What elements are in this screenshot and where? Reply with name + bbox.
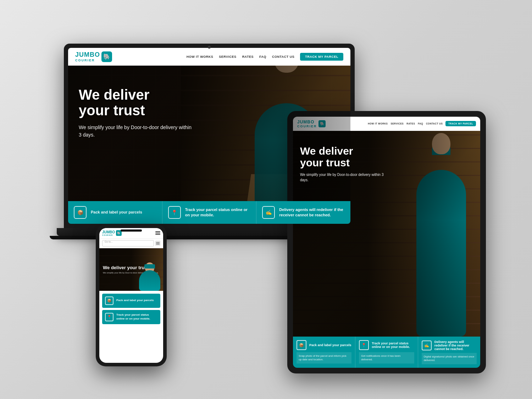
tablet-feature-delivery-header: ✍️ Delivery agents will redeliver if the…	[422, 340, 477, 351]
nav-link-rates[interactable]: RATES	[242, 55, 254, 59]
tablet-nav-faq[interactable]: FAQ	[418, 122, 423, 125]
logo-elephant-icon: 🐘	[101, 51, 112, 62]
tablet-pack-title: Pack and label your parcels	[309, 343, 351, 347]
phone-menu-button[interactable]	[155, 241, 160, 246]
phone-person-body	[139, 270, 160, 291]
laptop-feature-1: 📦 Pack and label your parcels	[68, 201, 162, 224]
laptop-feature-2: 📍 Track your parcel status online or on …	[162, 201, 257, 224]
phone-search-placeholder: Go to...	[105, 240, 113, 243]
tablet-track-title: Track your parcel status online or on yo…	[372, 342, 414, 349]
phone-track-icon: 📍	[105, 313, 113, 321]
scene: JUMBO COURIER 🐘 HOW IT WORKS SERVICES RA…	[35, 22, 497, 377]
laptop-navbar: JUMBO COURIER 🐘 HOW IT WORKS SERVICES RA…	[68, 48, 350, 66]
nav-track-parcel-button[interactable]: TRACK MY PARCEL	[300, 53, 343, 61]
tablet-screen: JUMBO COURIER 🐘 HOW IT WORKS SERVICES RA…	[293, 117, 480, 368]
tablet-nav-rates[interactable]: RATES	[406, 122, 415, 125]
phone-screen: JUMBO COURIER 🐘 Go to...	[99, 228, 163, 363]
laptop-hero-subtitle: We simplify your life by Door-to-door de…	[79, 124, 192, 139]
tablet-nav-contact[interactable]: CONTACT US	[426, 122, 443, 125]
phone-logo-courier: COURIER	[102, 234, 115, 236]
phone-pack-title: Pack and label your parcels	[116, 299, 154, 302]
nav-link-services[interactable]: SERVICES	[219, 55, 236, 59]
laptop-hero-content: We deliver your trust We simplify your l…	[79, 87, 192, 139]
laptop-hero-title: We deliver your trust	[79, 87, 192, 118]
tablet-pack-desc: Snap photo of the parcel and inform pick…	[297, 352, 351, 364]
phone-person-hat	[144, 264, 155, 268]
phone-logo: JUMBO COURIER 🐘	[102, 230, 122, 236]
tablet-features-row: 📦 Pack and label your parcels Snap photo…	[293, 337, 480, 368]
phone-search-bar: Go to...	[99, 239, 163, 248]
phone-website: JUMBO COURIER 🐘 Go to...	[99, 228, 163, 363]
tablet-hero-title: We deliver your trust	[300, 145, 385, 168]
tablet-nav-links: HOW IT WORKS SERVICES RATES FAQ CONTACT …	[368, 121, 476, 126]
nav-link-how-it-works[interactable]: HOW IT WORKS	[187, 55, 214, 59]
tablet-feature-pack-header: 📦 Pack and label your parcels	[297, 340, 351, 350]
tablet-delivery-title: Delivery agents will redeliver if the re…	[434, 340, 477, 351]
laptop-nav-links: HOW IT WORKS SERVICES RATES FAQ CONTACT …	[187, 53, 343, 61]
logo-jumbo-text: JUMBO	[75, 51, 100, 59]
laptop-feature-3: ✍️ Delivery agents will redeliver if the…	[256, 201, 350, 224]
phone-person	[139, 262, 160, 291]
nav-link-faq[interactable]: FAQ	[259, 55, 266, 59]
phone-hero: We deliver your trust We simplify your l…	[99, 248, 163, 291]
logo-courier-text: COURIER	[75, 59, 100, 62]
phone-track-title: Track your parcel status online or on yo…	[116, 313, 157, 321]
feature-pack-title: Pack and label your parcels	[91, 210, 142, 215]
tablet-track-desc: Get notifications once it has been deliv…	[359, 352, 414, 364]
feature-delivery-icon: ✍️	[262, 206, 275, 219]
phone-device: JUMBO COURIER 🐘 Go to...	[96, 225, 167, 366]
tablet-hero-subtitle: We simplify your life by Door-to-door de…	[300, 172, 385, 183]
tablet-feature-delivery: ✍️ Delivery agents will redeliver if the…	[418, 337, 480, 368]
tablet-hero-content: We deliver your trust We simplify your l…	[300, 145, 385, 183]
tablet-track-button[interactable]: TRACK MY PARCEL	[445, 121, 476, 126]
feature-pack-icon: 📦	[74, 206, 87, 219]
tablet-nav-how-it-works[interactable]: HOW IT WORKS	[368, 122, 388, 125]
laptop-logo: JUMBO COURIER 🐘	[75, 51, 112, 62]
tablet-nav-services[interactable]: SERVICES	[390, 122, 404, 125]
phone-search-input[interactable]: Go to...	[102, 240, 154, 246]
tablet-feature-track: 📍 Track your parcel status online or on …	[355, 337, 418, 368]
feature-track-title: Track your parcel status online or on yo…	[185, 207, 251, 217]
tablet-feature-track-header: 📍 Track your parcel status online or on …	[359, 340, 414, 350]
phone-feature-track: 📍 Track your parcel status online or on …	[102, 310, 160, 324]
laptop-features-row: 📦 Pack and label your parcels 📍 Track yo…	[68, 201, 350, 224]
tablet-track-icon: 📍	[359, 340, 369, 350]
tablet-hero-section: We deliver your trust We simplify your l…	[293, 131, 480, 337]
feature-delivery-title: Delivery agents will redeliver if the re…	[279, 207, 345, 217]
phone-feature-pack: 📦 Pack and label your parcels	[102, 294, 160, 308]
phone-notch	[121, 229, 142, 232]
tablet-website: JUMBO COURIER 🐘 HOW IT WORKS SERVICES RA…	[293, 117, 480, 368]
tablet-delivery-desc: Digital signatures/ photo are obtained o…	[422, 353, 477, 364]
phone-hamburger-icon[interactable]	[155, 231, 160, 235]
tablet-feature-pack: 📦 Pack and label your parcels Snap photo…	[293, 337, 355, 368]
laptop-camera	[208, 46, 211, 49]
phone-pack-icon: 📦	[105, 297, 113, 305]
tablet-pack-icon: 📦	[297, 340, 306, 350]
phone-features: 📦 Pack and label your parcels 📍 Track yo…	[99, 291, 163, 327]
feature-track-icon: 📍	[168, 206, 181, 219]
tablet-delivery-icon: ✍️	[422, 340, 432, 350]
nav-link-contact[interactable]: CONTACT US	[272, 55, 294, 59]
phone-logo-jumbo: JUMBO	[102, 230, 115, 234]
tablet-device: JUMBO COURIER 🐘 HOW IT WORKS SERVICES RA…	[287, 111, 486, 373]
